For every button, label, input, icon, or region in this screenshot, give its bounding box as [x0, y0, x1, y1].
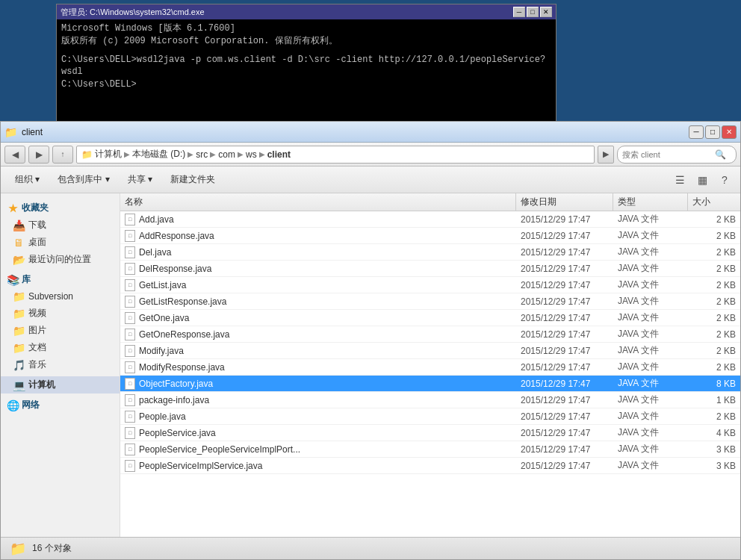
file-size: 2 KB	[688, 247, 740, 258]
sidebar-network-header[interactable]: 🌐 网络	[1, 396, 120, 414]
table-row[interactable]: □PeopleServiceImplService.java2015/12/29…	[120, 458, 740, 474]
explorer-close-button[interactable]: ✕	[722, 125, 737, 139]
new-folder-button[interactable]: 新建文件夹	[162, 169, 223, 190]
file-modified: 2015/12/29 17:47	[516, 264, 613, 274]
search-box: 🔍	[617, 146, 737, 164]
file-modified: 2015/12/29 17:47	[516, 329, 613, 340]
cmd-line4: C:\Users\DELL>	[61, 78, 551, 91]
table-row[interactable]: □GetList.java2015/12/29 17:47JAVA 文件2 KB	[120, 277, 740, 293]
sidebar-item-recent[interactable]: 📂 最近访问的位置	[1, 251, 120, 268]
share-button[interactable]: 共享 ▾	[120, 169, 161, 190]
file-modified: 2015/12/29 17:47	[516, 395, 613, 405]
table-row[interactable]: □GetOneResponse.java2015/12/29 17:47JAVA…	[120, 326, 740, 343]
table-row[interactable]: □ObjectFactory.java2015/12/29 17:47JAVA …	[120, 376, 740, 392]
view-options-button[interactable]: ☰	[670, 171, 689, 189]
file-name: GetList.java	[139, 280, 186, 290]
file-name-cell: □GetOneResponse.java	[120, 329, 516, 340]
sidebar-recent-label: 最近访问的位置	[28, 253, 91, 266]
table-row[interactable]: □GetOne.java2015/12/29 17:47JAVA 文件2 KB	[120, 310, 740, 326]
col-header-type[interactable]: 类型	[613, 193, 688, 211]
file-size: 2 KB	[688, 214, 740, 225]
go-button[interactable]: ▶	[598, 146, 614, 164]
col-header-size[interactable]: 大小	[688, 193, 740, 211]
cmd-titlebar: 管理员: C:\Windows\system32\cmd.exe ─ □ ✕	[57, 4, 556, 19]
sidebar-item-video[interactable]: 📁 视频	[1, 305, 120, 322]
sidebar-item-subversion[interactable]: 📁 Subversion	[1, 288, 120, 305]
explorer-title: client	[22, 127, 43, 137]
file-modified: 2015/12/29 17:47	[516, 428, 613, 438]
sidebar-library-header[interactable]: 📚 库	[1, 271, 120, 288]
col-header-name[interactable]: 名称	[120, 193, 516, 211]
table-row[interactable]: □PeopleService.java2015/12/29 17:47JAVA …	[120, 425, 740, 441]
cmd-title-buttons: ─ □ ✕	[513, 7, 552, 17]
sidebar-computer-section: 💻 计算机	[1, 376, 120, 393]
cmd-maximize-button[interactable]: □	[527, 7, 539, 17]
file-name: GetListResponse.java	[139, 296, 226, 307]
star-icon: ★	[7, 202, 19, 214]
organize-button[interactable]: 组织 ▾	[7, 169, 48, 190]
table-row[interactable]: □DelResponse.java2015/12/29 17:47JAVA 文件…	[120, 261, 740, 277]
table-row[interactable]: □GetListResponse.java2015/12/29 17:47JAV…	[120, 293, 740, 310]
explorer-minimize-button[interactable]: ─	[689, 125, 704, 139]
breadcrumb-drive: 本地磁盘 (D:)	[132, 148, 185, 161]
file-size: 2 KB	[688, 296, 740, 307]
sidebar-computer-header[interactable]: 💻 计算机	[1, 376, 120, 393]
table-row[interactable]: □Del.java2015/12/29 17:47JAVA 文件2 KB	[120, 244, 740, 261]
file-name-cell: □package-info.java	[120, 394, 516, 406]
sidebar-favorites-header[interactable]: ★ 收藏夹	[1, 199, 120, 217]
table-row[interactable]: □ModifyResponse.java2015/12/29 17:47JAVA…	[120, 359, 740, 376]
search-icon[interactable]: 🔍	[715, 149, 726, 160]
file-size: 2 KB	[688, 362, 740, 373]
table-row[interactable]: □package-info.java2015/12/29 17:47JAVA 文…	[120, 392, 740, 408]
explorer-maximize-button[interactable]: □	[705, 125, 720, 139]
up-button[interactable]: ↑	[52, 146, 73, 164]
table-row[interactable]: □People.java2015/12/29 17:47JAVA 文件2 KB	[120, 408, 740, 425]
file-name: PeopleService.java	[139, 428, 216, 438]
java-file-icon: □	[125, 263, 135, 275]
content-area: ★ 收藏夹 📥 下载 🖥 桌面 📂 最近访问的位置 📚	[1, 193, 740, 559]
breadcrumb-folder-icon: 📁	[81, 149, 93, 160]
help-button[interactable]: ?	[715, 171, 734, 189]
address-breadcrumb[interactable]: 📁 计算机 ▶ 本地磁盘 (D:) ▶ src ▶ com ▶ ws ▶ cli…	[76, 146, 595, 164]
file-rows-container: □Add.java2015/12/29 17:47JAVA 文件2 KB□Add…	[120, 211, 740, 474]
view-toggle-button[interactable]: ▦	[692, 171, 712, 189]
sidebar-subversion-label: Subversion	[28, 291, 73, 302]
file-size: 2 KB	[688, 231, 740, 241]
file-modified: 2015/12/29 17:47	[516, 214, 613, 225]
sidebar-item-pictures[interactable]: 📁 图片	[1, 322, 120, 339]
back-button[interactable]: ◀	[4, 146, 25, 164]
file-type: JAVA 文件	[613, 328, 688, 340]
file-name: AddResponse.java	[139, 231, 214, 241]
add-to-library-button[interactable]: 包含到库中 ▾	[49, 169, 117, 190]
java-file-icon: □	[125, 279, 135, 291]
file-type: JAVA 文件	[613, 246, 688, 258]
cmd-window: 管理员: C:\Windows\system32\cmd.exe ─ □ ✕ M…	[56, 4, 556, 125]
file-modified: 2015/12/29 17:47	[516, 346, 613, 356]
video-icon: 📁	[13, 308, 25, 320]
file-size: 8 KB	[688, 379, 740, 389]
cmd-close-button[interactable]: ✕	[540, 7, 552, 17]
file-type: JAVA 文件	[613, 443, 688, 455]
sidebar-item-music[interactable]: 🎵 音乐	[1, 356, 120, 373]
table-row[interactable]: □Add.java2015/12/29 17:47JAVA 文件2 KB	[120, 211, 740, 228]
col-header-modified[interactable]: 修改日期	[516, 193, 613, 211]
java-file-icon: □	[125, 214, 135, 225]
table-row[interactable]: □Modify.java2015/12/29 17:47JAVA 文件2 KB	[120, 343, 740, 359]
file-name-cell: □GetListResponse.java	[120, 296, 516, 308]
table-row[interactable]: □AddResponse.java2015/12/29 17:47JAVA 文件…	[120, 228, 740, 244]
java-file-icon: □	[125, 378, 135, 390]
file-name-cell: □Del.java	[120, 246, 516, 258]
file-size: 2 KB	[688, 411, 740, 422]
cmd-line3: C:\Users\DELL>wsdl2java -p com.ws.client…	[61, 54, 551, 79]
cmd-minimize-button[interactable]: ─	[513, 7, 525, 17]
forward-button[interactable]: ▶	[28, 146, 49, 164]
sidebar-item-download[interactable]: 📥 下载	[1, 217, 120, 234]
file-modified: 2015/12/29 17:47	[516, 296, 613, 307]
sidebar-item-desktop[interactable]: 🖥 桌面	[1, 234, 120, 251]
search-input[interactable]	[622, 150, 712, 159]
java-file-icon: □	[125, 427, 135, 439]
sidebar-item-documents[interactable]: 📁 文档	[1, 339, 120, 356]
table-row[interactable]: □PeopleService_PeopleServiceImplPort...2…	[120, 441, 740, 458]
sidebar-computer-label: 计算机	[28, 379, 55, 391]
address-bar: ◀ ▶ ↑ 📁 计算机 ▶ 本地磁盘 (D:) ▶ src ▶ com ▶ ws…	[1, 143, 740, 167]
